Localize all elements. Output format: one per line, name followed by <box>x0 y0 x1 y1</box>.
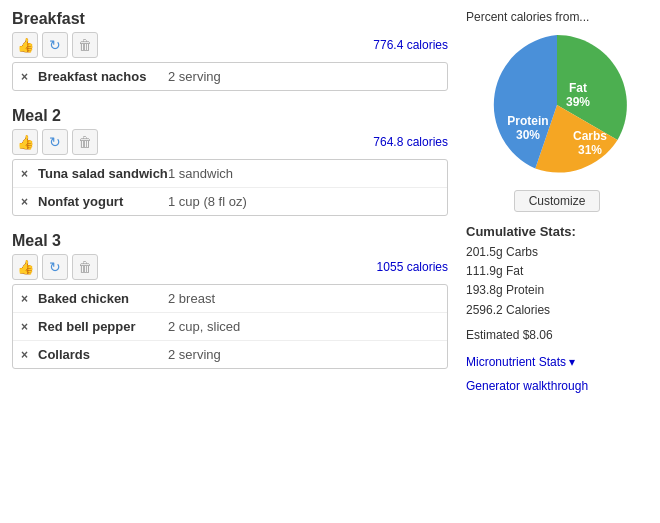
stats-calories: 2596.2 Calories <box>466 301 648 320</box>
food-row: ×Nonfat yogurt1 cup (8 fl oz) <box>13 188 447 215</box>
like-button-breakfast[interactable]: 👍 <box>12 32 38 58</box>
calories-label-meal2: 764.8 calories <box>373 135 448 149</box>
food-qty: 2 serving <box>168 347 221 362</box>
stats-panel: Percent calories from... Fat <box>458 10 648 393</box>
food-name: Red bell pepper <box>38 319 168 334</box>
remove-food-button[interactable]: × <box>21 320 28 334</box>
meal-toolbar-meal2: 👍↻🗑764.8 calories <box>12 129 448 155</box>
food-name: Collards <box>38 347 168 362</box>
carbs-label: Carbs <box>573 129 607 143</box>
stats-title: Cumulative Stats: <box>466 224 648 239</box>
protein-label: Protein <box>507 114 548 128</box>
stats-estimated: Estimated $8.06 <box>466 326 648 345</box>
meal-title-meal3: Meal 3 <box>12 232 448 250</box>
remove-food-button[interactable]: × <box>21 70 28 84</box>
fat-label: Fat <box>569 81 587 95</box>
remove-food-button[interactable]: × <box>21 292 28 306</box>
food-row: ×Red bell pepper2 cup, sliced <box>13 313 447 341</box>
main-layout: Breakfast👍↻🗑776.4 calories×Breakfast nac… <box>12 10 648 393</box>
fat-pct: 39% <box>566 95 590 109</box>
generator-walkthrough-link[interactable]: Generator walkthrough <box>466 379 648 393</box>
pie-chart: Fat 39% Carbs 31% Protein 30% <box>482 30 632 180</box>
stats-carbs: 201.5g Carbs <box>466 243 648 262</box>
meal-toolbar-breakfast: 👍↻🗑776.4 calories <box>12 32 448 58</box>
calories-label-breakfast: 776.4 calories <box>373 38 448 52</box>
pie-svg: Fat 39% Carbs 31% Protein 30% <box>482 30 632 180</box>
food-table-breakfast: ×Breakfast nachos2 serving <box>12 62 448 91</box>
like-button-meal3[interactable]: 👍 <box>12 254 38 280</box>
refresh-button-breakfast[interactable]: ↻ <box>42 32 68 58</box>
food-qty: 2 cup, sliced <box>168 319 240 334</box>
remove-food-button[interactable]: × <box>21 167 28 181</box>
meal-section-meal3: Meal 3👍↻🗑1055 calories×Baked chicken2 br… <box>12 232 448 369</box>
refresh-button-meal2[interactable]: ↻ <box>42 129 68 155</box>
food-name: Baked chicken <box>38 291 168 306</box>
remove-food-button[interactable]: × <box>21 195 28 209</box>
food-name: Nonfat yogurt <box>38 194 168 209</box>
food-name: Breakfast nachos <box>38 69 168 84</box>
food-qty: 1 cup (8 fl oz) <box>168 194 247 209</box>
protein-pct: 30% <box>516 128 540 142</box>
trash-button-breakfast[interactable]: 🗑 <box>72 32 98 58</box>
food-table-meal3: ×Baked chicken2 breast×Red bell pepper2 … <box>12 284 448 369</box>
trash-button-meal3[interactable]: 🗑 <box>72 254 98 280</box>
meals-panel: Breakfast👍↻🗑776.4 calories×Breakfast nac… <box>12 10 448 393</box>
food-row: ×Baked chicken2 breast <box>13 285 447 313</box>
calories-label-meal3: 1055 calories <box>377 260 448 274</box>
trash-button-meal2[interactable]: 🗑 <box>72 129 98 155</box>
food-table-meal2: ×Tuna salad sandwich1 sandwich×Nonfat yo… <box>12 159 448 216</box>
meal-toolbar-meal3: 👍↻🗑1055 calories <box>12 254 448 280</box>
cumulative-stats: Cumulative Stats: 201.5g Carbs 111.9g Fa… <box>466 224 648 345</box>
meal-title-breakfast: Breakfast <box>12 10 448 28</box>
food-name: Tuna salad sandwich <box>38 166 168 181</box>
meal-section-breakfast: Breakfast👍↻🗑776.4 calories×Breakfast nac… <box>12 10 448 91</box>
meal-section-meal2: Meal 2👍↻🗑764.8 calories×Tuna salad sandw… <box>12 107 448 216</box>
food-row: ×Tuna salad sandwich1 sandwich <box>13 160 447 188</box>
like-button-meal2[interactable]: 👍 <box>12 129 38 155</box>
stats-protein: 193.8g Protein <box>466 281 648 300</box>
meal-title-meal2: Meal 2 <box>12 107 448 125</box>
food-qty: 1 sandwich <box>168 166 233 181</box>
food-row: ×Collards2 serving <box>13 341 447 368</box>
food-row: ×Breakfast nachos2 serving <box>13 63 447 90</box>
refresh-button-meal3[interactable]: ↻ <box>42 254 68 280</box>
pie-chart-title: Percent calories from... <box>466 10 648 24</box>
stats-fat: 111.9g Fat <box>466 262 648 281</box>
customize-button[interactable]: Customize <box>514 190 601 212</box>
carbs-pct: 31% <box>578 143 602 157</box>
remove-food-button[interactable]: × <box>21 348 28 362</box>
micronutrient-link[interactable]: Micronutrient Stats ▾ <box>466 355 648 369</box>
food-qty: 2 breast <box>168 291 215 306</box>
food-qty: 2 serving <box>168 69 221 84</box>
